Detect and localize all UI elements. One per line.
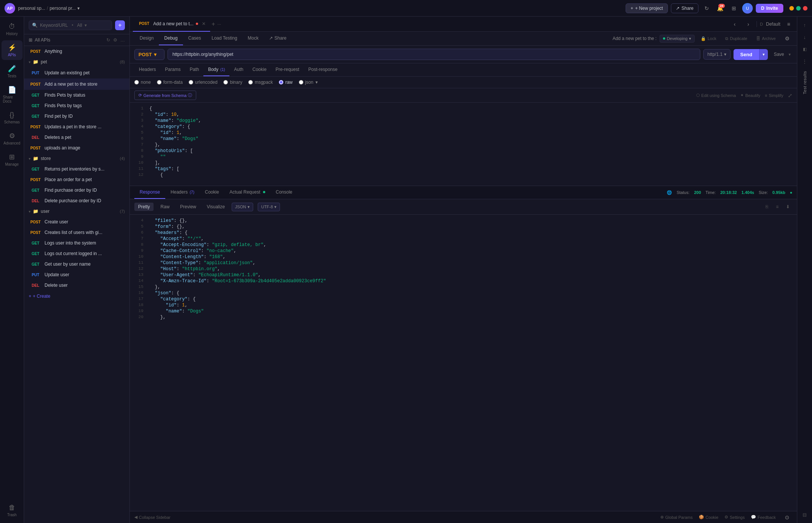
cookie-button[interactable]: 🍪 Cookie: [699, 515, 718, 520]
response-tab-response[interactable]: Response: [134, 186, 165, 199]
code-editor[interactable]: 1 { 2 "id": 10, 3 "name": "doggie", 4 "c…: [130, 103, 797, 186]
edit-schema-button[interactable]: ⬡ Edit using Schema: [696, 93, 736, 98]
beautify-button[interactable]: ✦ Beautify: [740, 93, 760, 98]
body-tab-auth[interactable]: Auth: [229, 63, 248, 76]
api-item-anything[interactable]: POST Anything: [24, 46, 129, 57]
body-tab-path[interactable]: Path: [185, 63, 204, 76]
sidebar-item-schemas[interactable]: {} Schemas: [2, 108, 23, 127]
right-panel-btn-1[interactable]: ↑: [800, 20, 810, 30]
api-group-store[interactable]: ▾ 📁 store (4): [24, 153, 129, 164]
tab-more-icon[interactable]: ···: [217, 22, 221, 27]
refresh-apis-icon[interactable]: ↻: [106, 37, 110, 43]
generate-from-schema-button[interactable]: ⟳ Generate from Schema ⓘ: [134, 91, 196, 100]
send-dropdown-button[interactable]: ▾: [759, 49, 768, 60]
api-item-put-pet[interactable]: PUT Update an existing pet ···: [24, 67, 129, 78]
body-tab-post-response[interactable]: Post-response: [304, 63, 342, 76]
api-item-put-user[interactable]: PUT Update user: [24, 269, 129, 280]
bottom-more-icon[interactable]: ⊙: [782, 512, 792, 523]
settings-apis-icon[interactable]: ⚙: [113, 37, 117, 43]
nav-action-lock[interactable]: 🔒 Lock: [698, 35, 719, 43]
nav-tab-load-testing[interactable]: Load Testing: [206, 32, 243, 45]
http-version-select[interactable]: http/1.1 ▾: [703, 49, 730, 60]
test-results-label[interactable]: Test results: [803, 68, 807, 97]
tab-close-icon[interactable]: ✕: [202, 21, 206, 26]
api-item-del-user[interactable]: DEL Delete user: [24, 280, 129, 291]
api-item-get-order[interactable]: GET Find purchase order by ID: [24, 185, 129, 195]
format-tab-preview[interactable]: Preview: [176, 203, 200, 211]
nav-tab-mock[interactable]: Mock: [243, 32, 264, 45]
global-params-button[interactable]: ⊕ Global Params: [660, 515, 693, 520]
api-item-post-users-list[interactable]: POST Creates list of users with gi...: [24, 227, 129, 238]
api-item-post-update-pet[interactable]: POST Updates a pet in the store ...: [24, 122, 129, 132]
sidebar-item-advanced[interactable]: ⚙ Advanced: [2, 129, 23, 148]
body-type-msgpack[interactable]: msgpack: [248, 80, 273, 85]
format-tab-visualize[interactable]: Visualize: [203, 203, 229, 211]
body-tab-cookie[interactable]: Cookie: [248, 63, 271, 76]
body-type-json[interactable]: json ▾: [299, 80, 318, 85]
sidebar-item-tests[interactable]: 🧪 Tests: [2, 62, 23, 81]
body-type-form-data[interactable]: form-data: [157, 80, 183, 85]
more-apis-icon[interactable]: …: [120, 37, 125, 43]
wrap-response-button[interactable]: ≡: [773, 202, 782, 211]
search-box[interactable]: 🔍 Keyword/URL • All ▾: [29, 20, 112, 30]
api-item-get-inventory[interactable]: GET Returns pet inventories by s...: [24, 164, 129, 174]
nav-tab-design[interactable]: Design: [134, 32, 159, 45]
sidebar-item-history[interactable]: ⏱ History: [2, 20, 23, 39]
api-item-del-order[interactable]: DEL Delete purchase order by ID: [24, 195, 129, 206]
format-select-encoding[interactable]: UTF-8 ▾: [258, 203, 280, 211]
response-tab-console[interactable]: Console: [271, 186, 298, 199]
collapse-sidebar-button[interactable]: ◀ Collapse Sidebar: [134, 515, 171, 520]
tab-add-button[interactable]: +: [212, 21, 215, 28]
sidebar-item-share-docs[interactable]: 📄 Share Docs: [2, 83, 23, 106]
breadcrumb-chevron[interactable]: ▾: [77, 6, 80, 11]
format-tab-pretty[interactable]: Pretty: [134, 203, 154, 211]
expand-editor-button[interactable]: ⤢: [788, 92, 792, 98]
sidebar-item-apis[interactable]: ⚡ APIs: [2, 40, 23, 60]
maximize-button[interactable]: [796, 6, 801, 11]
api-group-pet[interactable]: ▾ 📁 pet (8): [24, 57, 129, 67]
body-tab-headers[interactable]: Headers: [134, 63, 160, 76]
body-type-none[interactable]: none: [134, 80, 151, 85]
api-item-get-logout[interactable]: GET Logs out current logged in ...: [24, 248, 129, 259]
send-button[interactable]: Send: [734, 49, 759, 60]
tab-nav-next[interactable]: ›: [743, 19, 754, 29]
settings-button[interactable]: ⚙ Settings: [724, 515, 745, 520]
save-button[interactable]: Save: [771, 49, 787, 59]
new-project-button[interactable]: + + New project: [626, 3, 668, 13]
invite-button[interactable]: D Invite: [756, 4, 783, 13]
url-input[interactable]: [168, 49, 700, 60]
sidebar-item-manage[interactable]: ⊞ Manage: [2, 150, 23, 169]
nav-tab-debug[interactable]: Debug: [159, 32, 183, 45]
api-item-post-create-user[interactable]: POST Create user: [24, 217, 129, 227]
nav-action-duplicate[interactable]: ⧉ Duplicate: [722, 35, 750, 43]
add-api-button[interactable]: +: [115, 20, 125, 30]
api-item-get-pets-status[interactable]: GET Finds Pets by status: [24, 90, 129, 100]
create-button[interactable]: + + Create: [24, 291, 129, 302]
body-type-raw[interactable]: raw: [279, 80, 292, 85]
response-tab-cookie[interactable]: Cookie: [200, 186, 224, 199]
notifications-button[interactable]: 🔔 28: [715, 3, 726, 14]
env-badge[interactable]: Developing ▾: [660, 35, 695, 43]
tab-post-pet[interactable]: POST Add a new pet to t... ✕: [133, 17, 210, 32]
format-tab-raw[interactable]: Raw: [157, 203, 173, 211]
api-item-get-pet-id[interactable]: GET Find pet by ID: [24, 111, 129, 122]
right-panel-btn-3[interactable]: ◧: [800, 44, 810, 54]
sidebar-item-trash[interactable]: 🗑 Trash: [2, 501, 23, 520]
api-item-get-user-name[interactable]: GET Get user by user name: [24, 259, 129, 269]
body-tab-body[interactable]: Body (1): [203, 63, 229, 76]
nav-settings-icon[interactable]: ⚙: [782, 33, 792, 44]
api-item-get-pets-tags[interactable]: GET Finds Pets by tags: [24, 100, 129, 111]
body-type-urlencoded[interactable]: urlencoded: [189, 80, 217, 85]
api-item-post-pet-active[interactable]: POST Add a new pet to the store ···: [24, 78, 129, 90]
minimize-button[interactable]: [789, 6, 794, 11]
response-tab-actual-request[interactable]: Actual Request: [224, 186, 270, 199]
feedback-button[interactable]: 💬 Feedback: [751, 515, 776, 520]
close-button[interactable]: [803, 6, 807, 11]
right-panel-btn-2[interactable]: ↓: [800, 32, 810, 42]
save-dropdown-button[interactable]: ▾: [787, 50, 792, 59]
grid-button[interactable]: ⊞: [729, 3, 739, 14]
method-select[interactable]: POST ▾: [134, 49, 165, 60]
body-type-binary[interactable]: binary: [223, 80, 242, 85]
right-panel-layout-icon[interactable]: ⊟: [800, 509, 810, 520]
format-select-json[interactable]: JSON ▾: [232, 203, 253, 211]
